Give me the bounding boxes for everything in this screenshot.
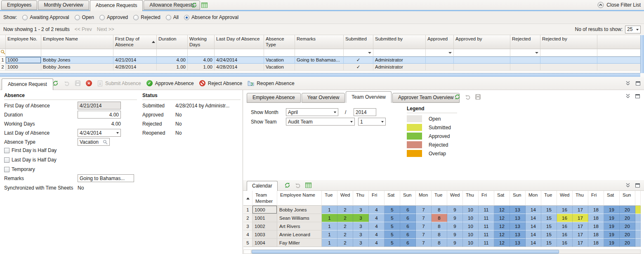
calendar-day-cell-weekday[interactable] <box>635 230 641 239</box>
calendar-day-cell-weekday[interactable]: 10 <box>463 222 479 230</box>
cell-rejected-by[interactable] <box>540 57 597 64</box>
calendar-day-cell-weekday[interactable]: 2 <box>337 230 353 239</box>
calendar-day-cell-weekday[interactable]: 3 <box>353 222 369 230</box>
calendar-day-cell-weekday[interactable] <box>635 222 641 230</box>
calendar-day-header[interactable]: Mon <box>416 191 432 206</box>
calendar-day-header[interactable]: Fri <box>369 191 385 206</box>
calendar-day-cell-weekend[interactable]: 6 <box>400 206 416 214</box>
calendar-day-cell-weekday[interactable]: 16 <box>557 206 573 214</box>
team-select[interactable]: Audit Team <box>286 118 355 126</box>
calendar-day-cell-weekend[interactable]: 13 <box>510 230 526 239</box>
tab-employee-absence[interactable]: Employee Absence <box>247 93 301 103</box>
calendar-day-cell-weekday[interactable]: 14 <box>526 239 541 247</box>
calendar-day-cell-weekday[interactable]: 2 <box>337 206 353 214</box>
calendar-day-cell-weekday[interactable]: 15 <box>541 239 557 247</box>
filter-cell-absence-type[interactable] <box>264 49 295 57</box>
cell-absence-type[interactable]: Vacation <box>264 64 295 71</box>
calendar-day-header[interactable]: Sat <box>385 191 400 206</box>
calendar-day-cell-weekday[interactable]: 4 <box>369 230 385 239</box>
last-day-select[interactable]: 4/24/2014 <box>78 129 121 137</box>
calendar-day-header[interactable]: Wed <box>337 191 353 206</box>
page-size-select[interactable]: 25 <box>625 26 641 33</box>
calendar-day-cell-approved[interactable]: 3 <box>353 214 369 222</box>
grid-vertical-scrollbar[interactable] <box>640 35 644 73</box>
calendar-day-cell-weekend[interactable]: 12 <box>494 230 510 239</box>
cell-remarks[interactable]: Going to Bahamas... <box>295 57 344 64</box>
grid-horizontal-scrollbar[interactable] <box>0 73 640 77</box>
month-select[interactable]: April <box>286 108 338 116</box>
radio-rejected[interactable]: Rejected <box>133 14 160 20</box>
reject-absence-button[interactable]: Reject Absence <box>199 80 242 86</box>
calendar-day-cell-weekday[interactable]: 17 <box>573 239 588 247</box>
column-header-approved-by[interactable]: Approved by <box>454 35 510 49</box>
calendar-day-cell-weekday[interactable]: 7 <box>416 206 432 214</box>
calendar-day-cell-weekday[interactable]: 9 <box>447 222 463 230</box>
tab-monthly-overview[interactable]: Monthly Overview <box>38 0 89 10</box>
calendar-day-cell-weekday[interactable]: 14 <box>526 206 541 214</box>
calendar-day-cell-weekend[interactable]: 20 <box>620 230 635 239</box>
calendar-day-cell-weekday[interactable]: 7 <box>416 239 432 247</box>
filter-cell-remarks[interactable] <box>295 49 344 57</box>
refresh-button[interactable] <box>52 80 59 86</box>
calendar-day-header[interactable]: Sun <box>400 191 416 206</box>
cell-employee-name[interactable]: Bobby Jones <box>41 57 113 64</box>
calendar-day-cell-weekday[interactable]: 18 <box>588 230 604 239</box>
calendar-day-cell-weekend[interactable]: 13 <box>510 206 526 214</box>
cell-duration[interactable]: 1.00 <box>157 64 188 71</box>
calendar-day-cell-weekday[interactable]: 4 <box>369 214 385 222</box>
table-icon[interactable] <box>201 2 208 8</box>
tab-team-overview[interactable]: Team Overview <box>346 91 392 103</box>
calendar-day-cell-weekday[interactable]: 14 <box>526 230 541 239</box>
calendar-member-header[interactable]: Team Member <box>252 191 277 206</box>
calendar-day-cell-weekday[interactable]: 15 <box>541 222 557 230</box>
cell-approved[interactable] <box>426 64 454 71</box>
calendar-day-cell-weekend[interactable]: 6 <box>400 214 416 222</box>
calendar-day-header[interactable]: Sun <box>510 191 526 206</box>
calendar-day-cell-weekday[interactable]: 16 <box>557 230 573 239</box>
filter-cell-employee-no[interactable] <box>6 49 41 57</box>
calendar-day-cell-weekday[interactable]: 8 <box>432 239 447 247</box>
calendar-row-number[interactable]: 2 <box>243 214 252 222</box>
calendar-day-cell-weekend[interactable]: 6 <box>400 222 416 230</box>
refresh-icon[interactable] <box>284 182 290 188</box>
checkbox-last-day-is-half-day[interactable]: Last Day is Half Day <box>4 157 57 163</box>
cell-remarks[interactable] <box>295 64 344 71</box>
maximize-icon[interactable] <box>636 81 640 85</box>
calendar-day-cell-weekday[interactable]: 18 <box>588 206 604 214</box>
tab-employees[interactable]: Employees <box>1 0 37 10</box>
calendar-day-cell-weekend[interactable]: 13 <box>510 222 526 230</box>
table-icon[interactable] <box>305 183 311 188</box>
search-icon[interactable] <box>103 140 108 145</box>
checkbox-temporary[interactable]: Temporary <box>4 166 57 172</box>
calendar-scrollbar-thumb[interactable] <box>252 250 559 254</box>
cell-employee-no[interactable]: 1000 <box>6 57 41 64</box>
calendar-day-cell-weekday[interactable]: 11 <box>479 206 494 214</box>
column-header-rejected[interactable]: Rejected <box>510 35 540 49</box>
calendar-day-cell-weekday[interactable]: 9 <box>447 206 463 214</box>
calendar-day-cell-weekend[interactable]: 20 <box>620 206 635 214</box>
filter-cell-rejected-by[interactable] <box>540 49 597 57</box>
calendar-day-cell-weekday[interactable]: 3 <box>353 239 369 247</box>
calendar-day-cell-weekend[interactable]: 13 <box>510 239 526 247</box>
filter-cell-submitted[interactable] <box>344 49 373 57</box>
calendar-day-cell-weekday[interactable]: 11 <box>479 222 494 230</box>
filter-dropdown-icon[interactable] <box>535 52 538 54</box>
cell-first-day-of-absence[interactable]: 4/28/2014 <box>113 64 157 71</box>
collapse-icon[interactable] <box>625 93 630 99</box>
calendar-day-cell-weekday[interactable]: 9 <box>447 214 463 222</box>
calendar-day-header[interactable]: Wed <box>557 191 573 206</box>
filter-cell-approved-by[interactable] <box>454 49 510 57</box>
calendar-day-cell-weekend[interactable]: 19 <box>604 230 620 239</box>
calendar-name-cell[interactable]: Fay Miller <box>277 239 322 247</box>
calendar-day-header[interactable]: Thu <box>573 191 588 206</box>
cell-employee-name[interactable]: Bobby Jones <box>41 64 113 71</box>
tab-year-overview[interactable]: Year Overview <box>302 93 345 103</box>
calendar-day-cell-weekday[interactable]: 17 <box>573 230 588 239</box>
cell-submitted[interactable]: ✓ <box>344 64 373 71</box>
column-header-duration[interactable]: Duration <box>157 35 188 49</box>
filter-dropdown-icon[interactable] <box>448 52 452 54</box>
calendar-day-header[interactable]: Fri <box>588 191 604 206</box>
calendar-day-cell-weekend[interactable]: 5 <box>385 214 400 222</box>
cell-working-days[interactable]: 1.00 <box>188 64 215 71</box>
year-input[interactable]: 2014 <box>354 108 376 116</box>
